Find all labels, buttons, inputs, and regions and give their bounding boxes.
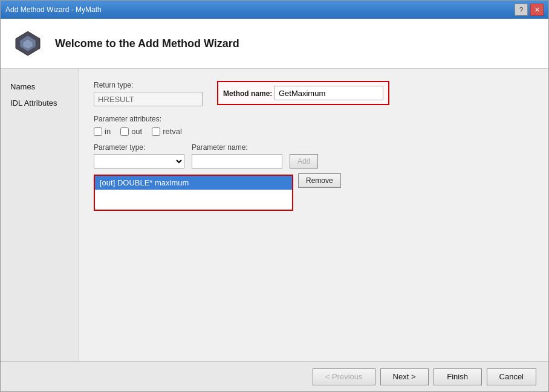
checkbox-in-label[interactable]: in — [94, 127, 111, 136]
param-attributes-label: Parameter attributes: — [94, 115, 534, 123]
finish-button[interactable]: Finish — [434, 368, 482, 385]
window-title: Add Method Wizard - MyMath — [5, 5, 102, 14]
next-button[interactable]: Next > — [380, 368, 429, 385]
param-attributes: Parameter attributes: in out retval — [94, 115, 534, 136]
params-list: [out] DOUBLE* maximum — [94, 175, 293, 211]
content-area: Names IDL Attributes Return type: Method… — [1, 69, 548, 361]
param-input-row: Parameter type: Parameter name: Add — [94, 143, 534, 169]
param-type-group: Parameter type: — [94, 143, 184, 169]
param-type-label: Parameter type: — [94, 143, 184, 152]
sidebar-item-names[interactable]: Names — [1, 79, 79, 95]
checkbox-out-label[interactable]: out — [120, 127, 142, 136]
param-name-label: Parameter name: — [192, 143, 282, 152]
param-actions: Remove — [298, 173, 341, 188]
checkbox-out-text: out — [131, 127, 142, 136]
param-list-item[interactable]: [out] DOUBLE* maximum — [95, 176, 292, 190]
sidebar-item-idl-attributes[interactable]: IDL Attributes — [1, 95, 79, 111]
return-type-label: Return type: — [94, 81, 203, 89]
main-window: Add Method Wizard - MyMath ? ✕ Welcome t… — [0, 0, 549, 392]
checkbox-out[interactable] — [120, 127, 129, 136]
param-type-select[interactable] — [94, 154, 184, 169]
top-form-row: Return type: Method name: — [94, 81, 534, 106]
checkbox-in-text: in — [105, 127, 111, 136]
sidebar: Names IDL Attributes — [1, 69, 79, 361]
add-button[interactable]: Add — [290, 154, 318, 169]
method-name-input[interactable] — [274, 86, 383, 100]
method-name-group: Method name: — [217, 81, 389, 105]
checkboxes-row: in out retval — [94, 127, 534, 136]
return-type-input[interactable] — [94, 92, 203, 106]
help-button[interactable]: ? — [515, 4, 528, 16]
param-name-group: Parameter name: — [192, 143, 282, 169]
header-section: Welcome to the Add Method Wizard — [1, 19, 548, 69]
param-name-input[interactable] — [192, 154, 282, 169]
checkbox-retval-label[interactable]: retval — [152, 127, 182, 136]
logo-icon — [13, 28, 43, 59]
cancel-button[interactable]: Cancel — [487, 368, 536, 385]
checkbox-retval[interactable] — [152, 127, 160, 136]
return-type-group: Return type: — [94, 81, 203, 106]
remove-button[interactable]: Remove — [298, 173, 341, 188]
params-area: [out] DOUBLE* maximum Remove — [94, 173, 534, 211]
footer: < Previous Next > Finish Cancel — [1, 361, 548, 391]
main-content: Return type: Method name: Parameter attr… — [79, 69, 548, 361]
method-name-label: Method name: — [223, 89, 272, 98]
close-button[interactable]: ✕ — [530, 4, 544, 16]
checkbox-retval-text: retval — [163, 127, 182, 136]
title-bar: Add Method Wizard - MyMath ? ✕ — [1, 1, 548, 19]
title-bar-buttons: ? ✕ — [515, 4, 544, 16]
checkbox-in[interactable] — [94, 127, 102, 136]
header-title: Welcome to the Add Method Wizard — [55, 37, 239, 50]
previous-button[interactable]: < Previous — [313, 368, 375, 385]
